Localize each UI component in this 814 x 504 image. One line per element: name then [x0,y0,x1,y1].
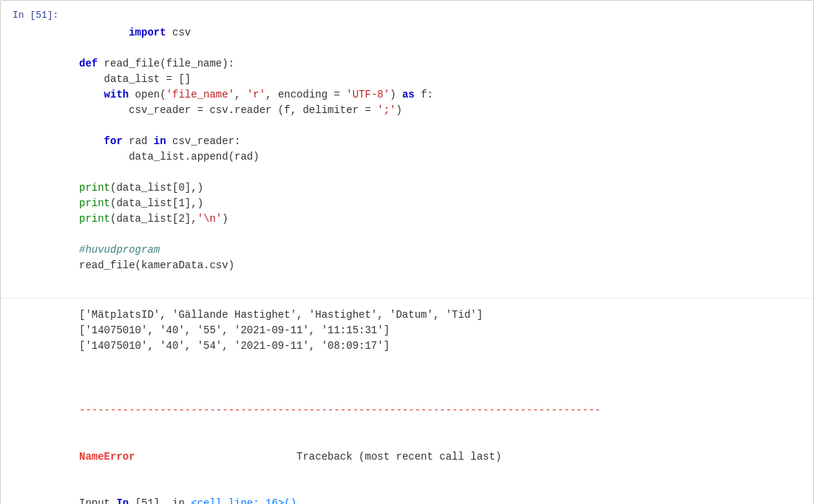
kw-with: with [104,89,129,101]
blank3 [79,166,85,178]
str-filename: 'file_name' [166,89,234,101]
code-text: read_file(kameraData.csv) [79,259,234,271]
cell-prompt: In [51]: [1,1,67,298]
error-in-num: [51], in [129,497,191,504]
code-text [79,89,104,101]
code-text: csv_reader = csv.reader (f, delimiter = [79,104,377,116]
error-input-text: Input [79,497,116,504]
str-r: 'r' [247,89,265,101]
cell-line-link[interactable]: <cell line: 16>() [191,497,296,504]
blank1 [79,42,85,54]
notebook-container: In [51]: import csv def read_file(file_n… [0,0,814,504]
kw-in: in [154,135,166,147]
code-text: csv [166,27,191,38]
str-utf8: 'UTF-8' [346,89,390,101]
kw-for: for [104,135,123,147]
cell-output-stdout: ['MätplatsID', 'Gällande Hastighet', 'Ha… [1,298,813,363]
error-prompt [1,363,67,504]
error-traceback-label: Traceback (most recent call last) [135,451,502,463]
stdout-content: ['MätplatsID', 'Gällande Hastighet', 'Ha… [67,299,813,363]
code-text [79,135,104,147]
code-text: , [234,89,247,101]
comment-huvudprogram: #huvudprogram [79,244,160,256]
str-delim: ';' [377,104,396,116]
code-text: data_list = [] [79,73,191,85]
output-prompt [1,299,67,363]
cell-input: In [51]: import csv def read_file(file_n… [1,1,813,298]
kw-import: import [129,27,166,38]
error-input-line: Input In [51], in <cell line: 16>() [79,496,801,504]
builtin-print3: print [79,213,110,225]
error-header: NameError Traceback (most recent call la… [79,449,801,465]
code-text: open( [129,89,166,101]
error-divider: ----------------------------------------… [79,403,801,418]
code-text: (data_list[2], [110,213,197,225]
code-text: ) [396,104,401,116]
code-text: rad [123,135,154,147]
error-content: ----------------------------------------… [67,363,813,504]
blank4 [79,228,85,240]
code-text: data_list.append(rad) [79,151,260,163]
kw-def: def [79,58,98,69]
code-text: ) [222,213,228,225]
error-in-kw: In [116,497,129,504]
blank2 [79,120,85,132]
code-text: read_file(file_name): [98,58,234,69]
error-name: NameError [79,451,135,463]
code-text: , encoding = [265,89,346,101]
code-cell: In [51]: import csv def read_file(file_n… [0,0,814,504]
code-text: (data_list[0],) [110,182,203,194]
kw-as: as [402,89,415,101]
code-text: ) [390,89,402,101]
code-text: f: [415,89,433,101]
builtin-print1: print [79,182,110,194]
code-text: csv_reader: [166,135,241,147]
code-text: (data_list[1],) [110,197,203,209]
cell-output-error: ----------------------------------------… [1,363,813,504]
builtin-print2: print [79,197,110,209]
cell-code[interactable]: import csv def read_file(file_name): dat… [67,1,813,298]
str-newline: '\n' [197,213,223,225]
